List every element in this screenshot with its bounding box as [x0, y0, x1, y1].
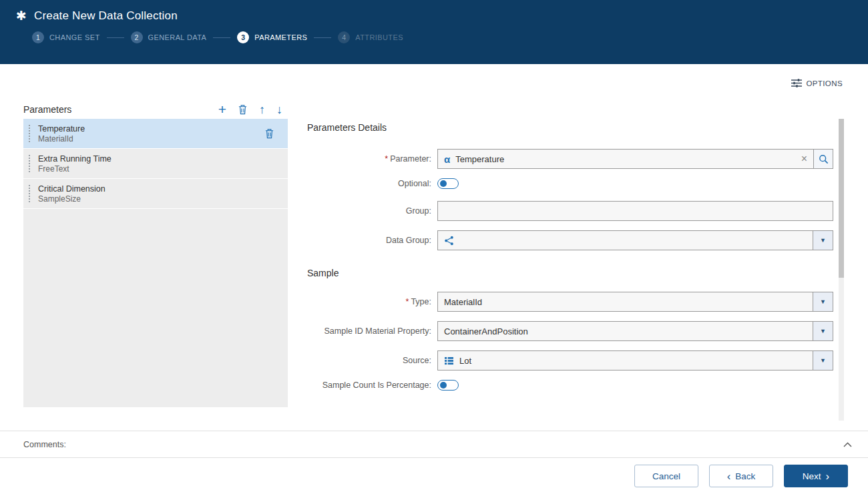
data-group-dropdown[interactable]: ▼ — [437, 230, 833, 250]
chevron-down-icon[interactable]: ▼ — [813, 322, 833, 340]
list-item-subtitle: MaterialId — [38, 134, 85, 144]
source-label: Source: — [307, 356, 437, 365]
drag-handle-icon[interactable] — [29, 155, 31, 172]
step-connector — [213, 37, 230, 38]
chevron-down-icon[interactable]: ▼ — [813, 231, 833, 250]
wizard-stepper: 1 CHANGE SET 2 GENERAL DATA 3 PARAMETERS… — [0, 31, 868, 43]
trash-icon — [264, 128, 274, 139]
list-item-subtitle: FreeText — [38, 164, 112, 174]
back-button[interactable]: ‹ Back — [709, 465, 773, 487]
type-label: *Type: — [307, 297, 437, 306]
cancel-label: Cancel — [652, 471, 680, 481]
title-row: ✱ Create New Data Collection — [0, 0, 868, 23]
details-title: Parameters Details — [307, 122, 833, 133]
app-asterisk-icon: ✱ — [16, 9, 27, 23]
list-item-texts: Critical Dimension SampleSize — [38, 184, 105, 204]
list-item-texts: Extra Running Time FreeText — [38, 154, 112, 174]
sample-id-row: Sample ID Material Property: ContainerAn… — [307, 321, 833, 341]
source-row: Source: Lot ▼ — [307, 350, 833, 370]
step-label: ATTRIBUTES — [355, 33, 403, 41]
chevron-down-icon[interactable]: ▼ — [813, 292, 833, 311]
move-down-button[interactable]: ↓ — [276, 103, 282, 115]
options-label: OPTIONS — [806, 79, 843, 87]
list-item-title: Critical Dimension — [38, 184, 105, 194]
sliders-icon — [791, 79, 802, 87]
required-marker: * — [385, 154, 388, 164]
sample-count-label: Sample Count Is Percentage: — [307, 381, 437, 390]
next-label: Next — [803, 471, 821, 481]
parameter-search-button[interactable] — [813, 149, 833, 169]
search-icon — [819, 154, 829, 164]
footer: Cancel ‹ Back Next › — [0, 458, 868, 494]
comments-collapse-button[interactable] — [843, 442, 852, 447]
group-label: Group: — [307, 206, 437, 216]
list-item-texts: Temperature MaterialId — [38, 123, 85, 144]
step-general-data[interactable]: 2 GENERAL DATA — [131, 31, 207, 43]
step-label: PARAMETERS — [254, 33, 307, 41]
source-value: Lot — [459, 356, 471, 366]
move-up-button[interactable]: ↑ — [259, 103, 265, 115]
comments-bar: Comments: — [0, 431, 868, 458]
parameter-value: Temperature — [455, 154, 504, 164]
delete-parameter-button[interactable] — [238, 104, 248, 115]
step-number: 3 — [237, 31, 249, 43]
chevron-left-icon: ‹ — [727, 471, 731, 482]
app-window: ✱ Create New Data Collection 1 CHANGE SE… — [0, 0, 868, 494]
clear-icon[interactable]: × — [801, 154, 807, 164]
source-dropdown[interactable]: Lot ▼ — [437, 350, 833, 370]
sample-id-label: Sample ID Material Property: — [307, 326, 437, 336]
list-item-title: Extra Running Time — [38, 154, 112, 164]
step-change-set[interactable]: 1 CHANGE SET — [32, 31, 100, 43]
list-item-subtitle: SampleSize — [38, 194, 105, 204]
share-icon — [444, 236, 454, 246]
parameters-panel: Parameters + ↑ ↓ Temperature MaterialId — [23, 100, 288, 407]
back-label: Back — [735, 471, 755, 481]
type-value: MaterialId — [444, 297, 482, 307]
drag-handle-icon[interactable] — [29, 125, 31, 142]
list-item-critical-dimension[interactable]: Critical Dimension SampleSize — [23, 179, 288, 209]
step-connector — [107, 37, 124, 38]
add-parameter-button[interactable]: + — [218, 103, 226, 115]
parameters-list: Temperature MaterialId Extra Running Tim… — [23, 119, 288, 407]
list-item-title: Temperature — [38, 123, 85, 134]
scrollbar-thumb[interactable] — [839, 119, 844, 278]
trash-icon — [238, 104, 248, 115]
parameters-panel-title: Parameters — [23, 104, 71, 115]
cancel-button[interactable]: Cancel — [634, 465, 698, 487]
group-input[interactable] — [437, 201, 833, 221]
comments-label: Comments: — [23, 440, 66, 449]
parameter-label: *Parameter: — [307, 154, 437, 164]
data-group-label: Data Group: — [307, 236, 437, 245]
list-item-extra-running-time[interactable]: Extra Running Time FreeText — [23, 149, 288, 179]
alpha-icon: α — [444, 154, 450, 165]
page-title: Create New Data Collection — [34, 9, 178, 23]
chevron-up-icon — [843, 442, 852, 447]
step-label: CHANGE SET — [49, 33, 100, 41]
data-group-row: Data Group: ▼ — [307, 230, 833, 250]
chevron-down-icon[interactable]: ▼ — [813, 351, 833, 370]
step-number: 4 — [338, 31, 350, 43]
type-dropdown[interactable]: MaterialId ▼ — [437, 292, 833, 312]
required-marker: * — [406, 297, 409, 306]
sample-count-toggle[interactable] — [437, 380, 459, 391]
header: ✱ Create New Data Collection 1 CHANGE SE… — [0, 0, 868, 64]
sample-id-dropdown[interactable]: ContainerAndPosition ▼ — [437, 321, 833, 341]
step-label: GENERAL DATA — [148, 33, 207, 41]
list-item-temperature[interactable]: Temperature MaterialId — [23, 119, 288, 149]
step-parameters[interactable]: 3 PARAMETERS — [237, 31, 307, 43]
row-delete-button[interactable] — [264, 128, 274, 142]
options-button[interactable]: OPTIONS — [791, 79, 843, 87]
parameter-field[interactable]: α Temperature × — [437, 149, 814, 169]
optional-toggle[interactable] — [437, 178, 459, 189]
next-button[interactable]: Next › — [784, 465, 848, 487]
parameters-panel-header: Parameters + ↑ ↓ — [23, 100, 288, 119]
vertical-scrollbar[interactable] — [839, 119, 844, 421]
step-number: 2 — [131, 31, 143, 43]
sample-count-row: Sample Count Is Percentage: — [307, 380, 833, 391]
sample-section-title: Sample — [307, 268, 833, 278]
type-row: *Type: MaterialId ▼ — [307, 292, 833, 312]
parameter-row: *Parameter: α Temperature × — [307, 149, 833, 169]
chevron-right-icon: › — [826, 471, 830, 482]
drag-handle-icon[interactable] — [29, 185, 31, 202]
step-attributes[interactable]: 4 ATTRIBUTES — [338, 31, 403, 43]
